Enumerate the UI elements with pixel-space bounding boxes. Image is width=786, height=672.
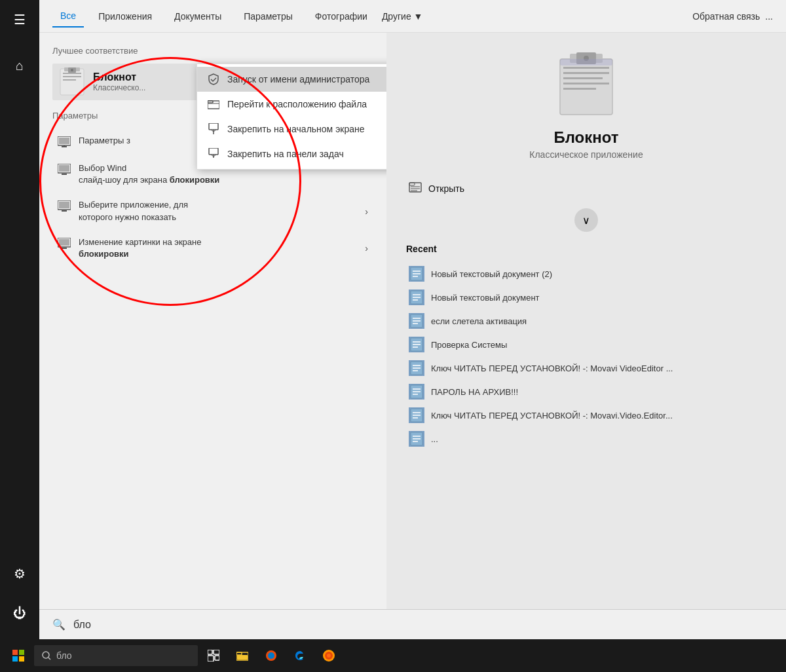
recent-text-0: Новый текстовый документ (2) bbox=[431, 269, 552, 279]
svg-rect-86 bbox=[19, 656, 24, 662]
search-area: 🔍 бло bbox=[39, 609, 786, 639]
svg-rect-90 bbox=[214, 650, 219, 654]
settings-icon-2 bbox=[58, 164, 71, 177]
taskbar-edge-btn[interactable] bbox=[287, 643, 313, 669]
pin-start-icon bbox=[208, 123, 219, 135]
recent-item-2[interactable]: если слетела активация bbox=[406, 309, 766, 333]
sidebar-bottom: ⚙ ⏻ bbox=[7, 561, 33, 626]
recent-item-6[interactable]: Ключ ЧИТАТЬ ПЕРЕД УСТАНОВКОЙ! -: Movavi.… bbox=[406, 403, 766, 427]
taskbar-search[interactable]: бло bbox=[34, 645, 198, 666]
search-content: Все Приложения Документы Параметры Фотог… bbox=[39, 0, 786, 639]
tab-other[interactable]: Другие ▼ bbox=[382, 11, 423, 22]
svg-rect-18 bbox=[63, 79, 76, 81]
svg-point-100 bbox=[327, 654, 331, 658]
svg-point-21 bbox=[71, 69, 73, 71]
best-match-wrapper: Блокнот Классическо... bbox=[52, 64, 373, 100]
svg-rect-85 bbox=[12, 656, 18, 662]
taskbar-firefox2-btn[interactable] bbox=[316, 643, 342, 669]
taskbar-windows-btn[interactable] bbox=[5, 643, 31, 669]
svg-rect-42 bbox=[563, 77, 603, 79]
svg-rect-94 bbox=[236, 652, 242, 655]
settings-text-4: Изменение картинки на экранеблокировки bbox=[79, 236, 201, 260]
detail-notepad-icon bbox=[553, 52, 619, 118]
detail-title: Блокнот bbox=[553, 128, 618, 147]
recent-item-3[interactable]: Проверка Системы bbox=[406, 333, 766, 356]
svg-rect-16 bbox=[63, 73, 81, 74]
go-to-file-label: Перейти к расположению файла bbox=[227, 99, 367, 109]
svg-rect-25 bbox=[209, 148, 218, 155]
context-menu-pin-taskbar[interactable]: Закрепить на панели задач bbox=[197, 141, 386, 166]
settings-text-3: Выберите приложение, длякоторого нужно п… bbox=[79, 199, 188, 223]
recent-text-6: Ключ ЧИТАТЬ ПЕРЕД УСТАНОВКОЙ! -: Movavi.… bbox=[431, 411, 673, 420]
sidebar-settings-btn[interactable]: ⚙ bbox=[7, 561, 33, 587]
detail-panel: Блокнот Классическое приложение Открыть bbox=[386, 33, 786, 639]
taskbar-files-btn[interactable] bbox=[229, 643, 255, 669]
detail-open-btn[interactable]: Открыть bbox=[406, 176, 766, 202]
start-menu: ☰ ⌂ ⚙ ⏻ Все Приложения Документы Параме bbox=[0, 0, 786, 639]
folder-icon bbox=[208, 98, 219, 110]
expand-btn[interactable]: ∨ bbox=[574, 208, 598, 232]
taskbar-firefox-btn[interactable] bbox=[258, 643, 284, 669]
svg-rect-44 bbox=[563, 88, 596, 90]
context-menu-go-to-file[interactable]: Перейти к расположению файла bbox=[197, 92, 386, 117]
open-label: Открыть bbox=[428, 183, 464, 194]
search-query: бло bbox=[56, 650, 72, 661]
sidebar-hamburger-btn[interactable]: ☰ bbox=[7, 7, 33, 33]
tab-apps[interactable]: Приложения bbox=[90, 6, 160, 27]
tab-docs[interactable]: Документы bbox=[166, 6, 229, 27]
more-btn[interactable]: ... bbox=[765, 11, 773, 22]
recent-item-7[interactable]: ... bbox=[406, 427, 766, 451]
best-match-text: Блокнот Классическо... bbox=[93, 71, 145, 92]
recent-item-4[interactable]: Ключ ЧИТАТЬ ПЕРЕД УСТАНОВКОЙ! -: Movavi … bbox=[406, 356, 766, 380]
recent-item-0[interactable]: Новый текстовый документ (2) bbox=[406, 262, 766, 286]
settings-icon-3 bbox=[58, 200, 71, 214]
context-menu-pin-start[interactable]: Закрепить на начальном экране bbox=[197, 117, 386, 141]
recent-item-1[interactable]: Новый текстовый документ bbox=[406, 286, 766, 309]
recent-icon-6 bbox=[409, 407, 424, 423]
svg-rect-89 bbox=[208, 650, 212, 654]
results-panel: Лучшее соответствие bbox=[39, 33, 386, 639]
svg-rect-83 bbox=[12, 650, 18, 655]
svg-rect-37 bbox=[59, 239, 69, 246]
sidebar-home-btn[interactable]: ⌂ bbox=[7, 52, 33, 79]
recent-icon-7 bbox=[409, 431, 424, 447]
search-glass-icon: 🔍 bbox=[52, 618, 66, 631]
svg-rect-41 bbox=[563, 72, 609, 74]
best-match-name: Блокнот bbox=[93, 71, 145, 83]
settings-item-4[interactable]: Изменение картинки на экранеблокировки › bbox=[52, 230, 373, 267]
svg-rect-17 bbox=[63, 76, 81, 77]
recent-title: Recent bbox=[406, 244, 766, 254]
svg-rect-34 bbox=[59, 202, 69, 208]
context-menu: Запуск от имени администратора bbox=[196, 64, 386, 170]
content-body: Лучшее соответствие bbox=[39, 33, 786, 639]
svg-rect-84 bbox=[19, 650, 24, 655]
settings-text-1: Параметры з bbox=[79, 135, 130, 147]
desktop: Admin T C TotalCommander ? bbox=[0, 0, 786, 672]
recent-item-5[interactable]: ПАРОЛЬ НА АРХИВ!!! bbox=[406, 380, 766, 403]
shield-icon bbox=[208, 73, 219, 85]
recent-text-4: Ключ ЧИТАТЬ ПЕРЕД УСТАНОВКОЙ! -: Movavi … bbox=[431, 364, 673, 373]
taskbar-taskview-btn[interactable] bbox=[200, 643, 227, 669]
svg-point-87 bbox=[43, 652, 49, 658]
notepad-icon-best bbox=[59, 69, 85, 95]
tab-photos[interactable]: Фотографии bbox=[307, 6, 375, 27]
tab-all[interactable]: Все bbox=[52, 5, 84, 28]
svg-rect-91 bbox=[208, 656, 214, 662]
tab-params[interactable]: Параметры bbox=[236, 6, 301, 27]
recent-icon-4 bbox=[409, 360, 424, 376]
search-field[interactable]: бло bbox=[73, 619, 91, 631]
recent-text-1: Новый текстовый документ bbox=[431, 293, 540, 303]
svg-rect-24 bbox=[209, 123, 218, 130]
recent-icon-2 bbox=[409, 313, 424, 329]
recent-text-7: ... bbox=[431, 434, 438, 444]
context-menu-run-admin[interactable]: Запуск от имени администратора bbox=[197, 67, 386, 92]
sidebar-power-btn[interactable]: ⏻ bbox=[7, 600, 33, 626]
tab-feedback: Обратная связь ... bbox=[692, 11, 773, 22]
settings-item-3[interactable]: Выберите приложение, длякоторого нужно п… bbox=[52, 193, 373, 229]
svg-rect-22 bbox=[208, 101, 219, 109]
svg-point-97 bbox=[268, 652, 274, 659]
open-icon bbox=[409, 181, 422, 196]
recent-section: Recent Новый текстовый документ (2) Нов bbox=[406, 244, 766, 451]
sidebar: ☰ ⌂ ⚙ ⏻ bbox=[0, 0, 39, 639]
recent-icon-3 bbox=[409, 337, 424, 352]
